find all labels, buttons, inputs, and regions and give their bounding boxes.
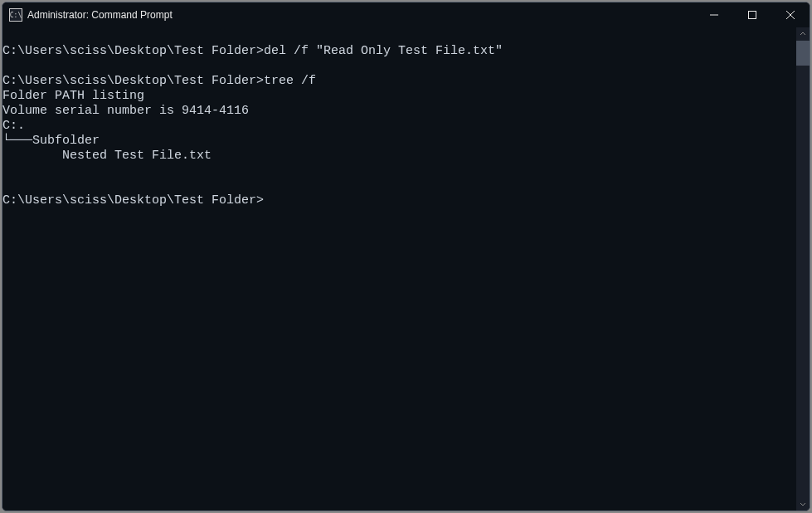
titlebar[interactable]: C:\ Administrator: Command Prompt	[2, 2, 810, 27]
cmd-icon: C:\	[9, 8, 22, 22]
terminal-line	[2, 29, 796, 44]
terminal-output[interactable]: C:\Users\sciss\Desktop\Test Folder>del /…	[2, 27, 796, 511]
command-prompt-window: C:\ Administrator: Command Prompt C:\Use…	[2, 2, 810, 511]
terminal-line: Folder PATH listing	[2, 89, 796, 104]
terminal-line: C:\Users\sciss\Desktop\Test Folder>	[2, 193, 796, 208]
terminal-line: C:\Users\sciss\Desktop\Test Folder>tree …	[2, 74, 796, 89]
maximize-icon	[748, 11, 756, 19]
terminal-line: └───Subfolder	[2, 134, 796, 149]
close-button[interactable]	[771, 2, 810, 27]
window-controls	[695, 2, 810, 27]
scrollbar-down-arrow[interactable]	[796, 497, 810, 511]
close-icon	[786, 11, 795, 19]
terminal-line	[2, 59, 796, 74]
terminal-line: C:.	[2, 119, 796, 134]
terminal-line	[2, 178, 796, 193]
content-area: C:\Users\sciss\Desktop\Test Folder>del /…	[2, 27, 810, 511]
chevron-up-icon	[800, 31, 806, 37]
terminal-line: C:\Users\sciss\Desktop\Test Folder>del /…	[2, 44, 796, 59]
chevron-down-icon	[800, 501, 806, 507]
maximize-button[interactable]	[733, 2, 771, 27]
minimize-icon	[710, 11, 718, 19]
scrollbar-up-arrow[interactable]	[796, 27, 810, 41]
scrollbar-thumb[interactable]	[796, 41, 810, 66]
svg-rect-1	[749, 12, 756, 19]
vertical-scrollbar[interactable]	[796, 27, 810, 511]
terminal-line: Nested Test File.txt	[2, 149, 796, 164]
minimize-button[interactable]	[695, 2, 733, 27]
window-title: Administrator: Command Prompt	[27, 9, 695, 21]
terminal-line	[2, 164, 796, 178]
terminal-line: Volume serial number is 9414-4116	[2, 104, 796, 119]
